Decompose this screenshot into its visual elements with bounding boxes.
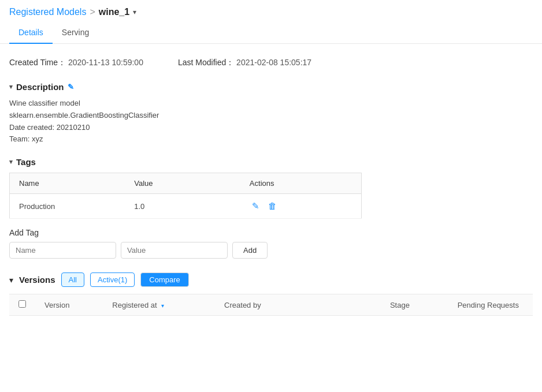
versions-col-stage: Stage bbox=[381, 294, 448, 316]
registered-sort-icon[interactable]: ▾ bbox=[161, 303, 164, 309]
description-header: ▾ Description ✎ bbox=[9, 82, 533, 92]
breadcrumb-current: wine_1 bbox=[99, 7, 129, 17]
description-line-2: sklearn.ensemble.GradientBoostingClassif… bbox=[9, 110, 533, 122]
description-line-3: Date created: 20210210 bbox=[9, 122, 533, 134]
add-tag-row: Add bbox=[9, 242, 533, 259]
tags-col-name: Name bbox=[10, 173, 125, 194]
tag-name-cell: Production bbox=[10, 194, 125, 219]
model-dropdown-icon[interactable]: ▾ bbox=[133, 8, 136, 16]
tags-col-value: Value bbox=[125, 173, 240, 194]
description-toggle-icon[interactable]: ▾ bbox=[9, 83, 13, 91]
created-time-value: 2020-11-13 10:59:00 bbox=[68, 58, 143, 67]
tags-section: ▾ Tags Name Value Actions Production 1.0… bbox=[9, 157, 533, 259]
created-time-field: Created Time： 2020-11-13 10:59:00 bbox=[9, 58, 143, 68]
tag-edit-button[interactable]: ✎ bbox=[250, 200, 262, 212]
tag-value-cell: 1.0 bbox=[125, 194, 240, 219]
description-line-1: Wine classifier model bbox=[9, 98, 533, 110]
tab-bar: Details Serving bbox=[0, 22, 542, 44]
table-row: Production 1.0 ✎ 🗑 bbox=[10, 194, 362, 219]
versions-col-registered: Registered at ▾ bbox=[103, 294, 215, 316]
breadcrumb-parent-link[interactable]: Registered Models bbox=[9, 7, 86, 17]
breadcrumb-separator: > bbox=[90, 7, 95, 17]
versions-col-version: Version bbox=[35, 294, 103, 316]
tags-table-header-row: Name Value Actions bbox=[10, 173, 362, 194]
versions-table: Version Registered at ▾ Created by Stage… bbox=[9, 294, 533, 316]
versions-col-checkbox bbox=[9, 294, 35, 316]
tag-name-input[interactable] bbox=[9, 242, 116, 259]
modified-time-label: Last Modified： bbox=[178, 58, 234, 67]
modified-time-field: Last Modified： 2021-02-08 15:05:17 bbox=[178, 58, 311, 68]
tags-toggle-icon[interactable]: ▾ bbox=[9, 158, 13, 166]
filter-all-button[interactable]: All bbox=[61, 272, 84, 287]
add-tag-label: Add Tag bbox=[9, 228, 533, 237]
compare-button[interactable]: Compare bbox=[140, 272, 188, 287]
tab-details[interactable]: Details bbox=[9, 22, 53, 44]
description-body: Wine classifier model sklearn.ensemble.G… bbox=[9, 98, 533, 145]
breadcrumb: Registered Models > wine_1 ▾ bbox=[0, 0, 542, 17]
tags-title: Tags bbox=[16, 157, 36, 167]
filter-active-button[interactable]: Active(1) bbox=[90, 272, 135, 287]
add-tag-button[interactable]: Add bbox=[232, 242, 268, 259]
versions-col-pending: Pending Requests bbox=[448, 294, 533, 316]
tags-col-actions: Actions bbox=[240, 173, 362, 194]
versions-table-header-row: Version Registered at ▾ Created by Stage… bbox=[9, 294, 533, 316]
tags-table: Name Value Actions Production 1.0 ✎ 🗑 bbox=[9, 173, 362, 219]
metadata-row: Created Time： 2020-11-13 10:59:00 Last M… bbox=[9, 53, 533, 77]
description-section: ▾ Description ✎ Wine classifier model sk… bbox=[9, 82, 533, 145]
description-title: Description bbox=[16, 82, 64, 92]
versions-col-created-by: Created by bbox=[215, 294, 381, 316]
select-all-checkbox[interactable] bbox=[18, 300, 26, 308]
versions-toggle-icon[interactable]: ▾ bbox=[9, 275, 13, 285]
versions-header-row: ▾ Versions All Active(1) Compare bbox=[9, 272, 533, 287]
modified-time-value: 2021-02-08 15:05:17 bbox=[236, 58, 311, 67]
versions-section: ▾ Versions All Active(1) Compare Version… bbox=[9, 272, 533, 316]
tab-serving[interactable]: Serving bbox=[53, 22, 98, 44]
main-content: Created Time： 2020-11-13 10:59:00 Last M… bbox=[0, 44, 542, 316]
tag-delete-button[interactable]: 🗑 bbox=[266, 200, 279, 212]
description-edit-icon[interactable]: ✎ bbox=[68, 83, 74, 91]
tag-actions-cell: ✎ 🗑 bbox=[240, 194, 362, 219]
tags-header: ▾ Tags bbox=[9, 157, 533, 167]
tag-value-input[interactable] bbox=[121, 242, 228, 259]
description-line-4: Team: xyz bbox=[9, 133, 533, 145]
created-time-label: Created Time： bbox=[9, 58, 66, 67]
versions-title: Versions bbox=[19, 275, 55, 285]
